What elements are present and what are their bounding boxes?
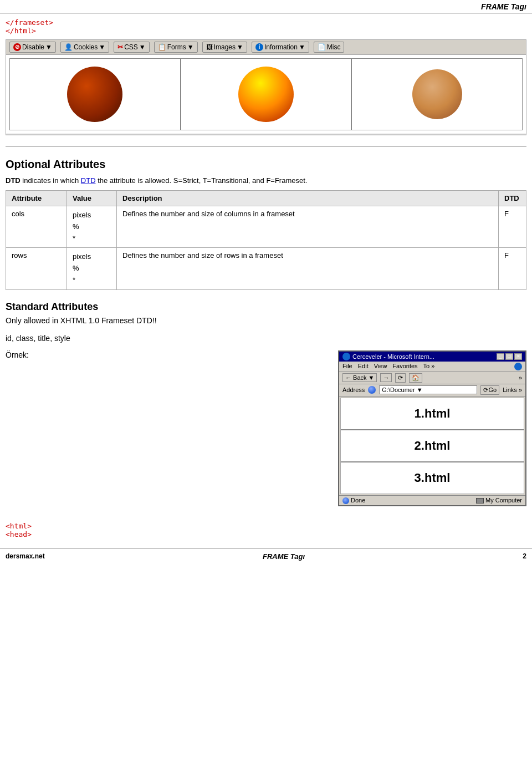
browser-title-bar: Cerceveler - Microsoft Intern... _ □ ✕ <box>339 352 525 362</box>
optional-attributes-title: Optional Attributes <box>6 158 526 171</box>
disable-label: Disable <box>22 43 44 51</box>
images-label: Images <box>214 43 236 51</box>
dtd-cols: F <box>499 206 526 248</box>
cookies-arrow: ▼ <box>99 43 105 51</box>
misc-button[interactable]: 📄 Misc <box>314 42 345 53</box>
optional-attributes-section: Optional Attributes DTD indicates in whi… <box>6 158 526 290</box>
go-button[interactable]: ⟳Go <box>480 385 499 395</box>
code-line-2: </html> <box>6 27 526 35</box>
desc-cols: Defines the number and size of columns i… <box>117 206 499 248</box>
css-arrow: ▼ <box>139 43 146 51</box>
desc-rows: Defines the number and size of rows in a… <box>117 248 499 289</box>
bottom-code-line-1: <html> <box>6 522 526 530</box>
cookies-label: Cookies <box>74 43 98 51</box>
menu-file[interactable]: File <box>342 363 352 370</box>
disable-icon: ⊘ <box>13 43 21 51</box>
browser-toolbar: ⊘ Disable ▼ 👤 Cookies ▼ ✂ CSS ▼ 📋 Forms … <box>6 40 526 55</box>
browser-menu-bar: File Edit View Favorites To » <box>339 362 525 372</box>
address-input[interactable]: G:\Documer ▼ <box>379 385 477 394</box>
ie-logo-corner <box>514 363 522 370</box>
refresh-button[interactable]: ⟳ <box>395 373 406 383</box>
code-line-1: </frameset> <box>6 18 526 27</box>
information-label: Information <box>264 43 298 51</box>
misc-icon: 📄 <box>318 43 326 51</box>
status-done: Done <box>342 497 365 504</box>
home-button[interactable]: 🏠 <box>409 373 422 383</box>
information-button[interactable]: i Information ▼ <box>252 42 309 53</box>
ornek-label: Örnek: <box>6 350 327 359</box>
close-button[interactable]: ✕ <box>514 353 522 360</box>
attr-rows: rows <box>6 248 67 289</box>
information-arrow: ▼ <box>299 43 305 51</box>
forms-arrow: ▼ <box>187 43 194 51</box>
nav-chevron: » <box>519 374 522 381</box>
forward-button[interactable]: → <box>380 373 392 382</box>
page-header: FRAME Tagı <box>0 0 532 14</box>
ie-logo-icon <box>342 353 350 360</box>
top-code-block: </frameset> </html> <box>0 14 532 39</box>
status-computer: My Computer <box>476 497 522 504</box>
browser-frame-2: 2.html <box>341 430 524 462</box>
information-icon: i <box>255 43 263 51</box>
browser-title-left: Cerceveler - Microsoft Intern... <box>342 353 434 360</box>
attr-cols: cols <box>6 206 67 248</box>
col-header-dtd: DTD <box>499 191 526 206</box>
css-label: CSS <box>124 43 138 51</box>
address-label: Address <box>342 387 365 393</box>
menu-favorites[interactable]: Favorites <box>392 363 417 370</box>
dtd-link[interactable]: DTD <box>81 176 96 185</box>
example-browser-window: Cerceveler - Microsoft Intern... _ □ ✕ F… <box>338 350 526 506</box>
css-button[interactable]: ✂ CSS ▼ <box>114 42 150 53</box>
menu-edit[interactable]: Edit <box>358 363 369 370</box>
frames-display-area <box>6 55 526 135</box>
ornek-left: Örnek: <box>6 350 327 506</box>
disable-arrow: ▼ <box>45 43 52 51</box>
browser-frames-content: 1.html 2.html 3.html <box>340 398 524 494</box>
ornek-section: Örnek: Cerceveler - Microsoft Intern... … <box>6 350 526 506</box>
table-row-rows: rows pixels % * Defines the number and s… <box>6 248 526 289</box>
footer-page-title: FRAME Tagı <box>263 552 305 561</box>
frame-cell-1 <box>9 58 181 130</box>
cookies-button[interactable]: 👤 Cookies ▼ <box>60 42 109 53</box>
dtd-rows: F <box>499 248 526 289</box>
cookies-icon: 👤 <box>64 43 73 51</box>
page-footer: dersmax.net FRAME Tagı 2 <box>0 548 532 564</box>
links-button[interactable]: Links » <box>503 387 522 393</box>
footer-page-number: 2 <box>523 552 526 560</box>
frame-cell-3 <box>351 58 523 130</box>
bottom-code-line-2: <head> <box>6 530 526 538</box>
mars-planet <box>67 67 122 122</box>
ie-icon-right <box>514 363 522 370</box>
misc-label: Misc <box>327 43 341 51</box>
table-row-cols: cols pixels % * Defines the number and s… <box>6 206 526 248</box>
back-button[interactable]: ← Back ▼ <box>342 373 377 382</box>
globe-icon <box>368 386 376 394</box>
minimize-button[interactable]: _ <box>497 353 504 360</box>
col-header-description: Description <box>117 191 499 206</box>
main-content: Optional Attributes DTD indicates in whi… <box>0 158 532 506</box>
images-icon: 🖼 <box>206 43 213 51</box>
bottom-code-block: <html> <head> <box>0 517 532 543</box>
value-rows: pixels % * <box>67 248 117 289</box>
section-divider <box>6 146 526 147</box>
value-cols: pixels % * <box>67 206 117 248</box>
footer-site-name: dersmax.net <box>6 552 45 560</box>
menu-view[interactable]: View <box>374 363 387 370</box>
attributes-table: Attribute Value Description DTD cols pix… <box>6 190 526 290</box>
menu-to[interactable]: To » <box>423 363 435 370</box>
dtd-label: DTD <box>6 176 21 185</box>
images-button[interactable]: 🖼 Images ▼ <box>202 42 247 53</box>
forms-icon: 📋 <box>158 43 166 51</box>
disable-button[interactable]: ⊘ Disable ▼ <box>9 42 56 53</box>
forms-button[interactable]: 📋 Forms ▼ <box>154 42 198 53</box>
css-icon: ✂ <box>117 43 123 51</box>
browser-simulation: ⊘ Disable ▼ 👤 Cookies ▼ ✂ CSS ▼ 📋 Forms … <box>6 39 526 135</box>
col-header-attribute: Attribute <box>6 191 67 206</box>
browser-window-title: Cerceveler - Microsoft Intern... <box>352 353 434 360</box>
maximize-button[interactable]: □ <box>505 353 513 360</box>
col-header-value: Value <box>67 191 117 206</box>
browser-nav-bar: ← Back ▼ → ⟳ 🏠 » <box>339 372 525 384</box>
browser-address-bar: Address G:\Documer ▼ ⟳Go Links » <box>339 384 525 396</box>
frame-cell-2 <box>181 58 352 130</box>
forms-label: Forms <box>167 43 186 51</box>
